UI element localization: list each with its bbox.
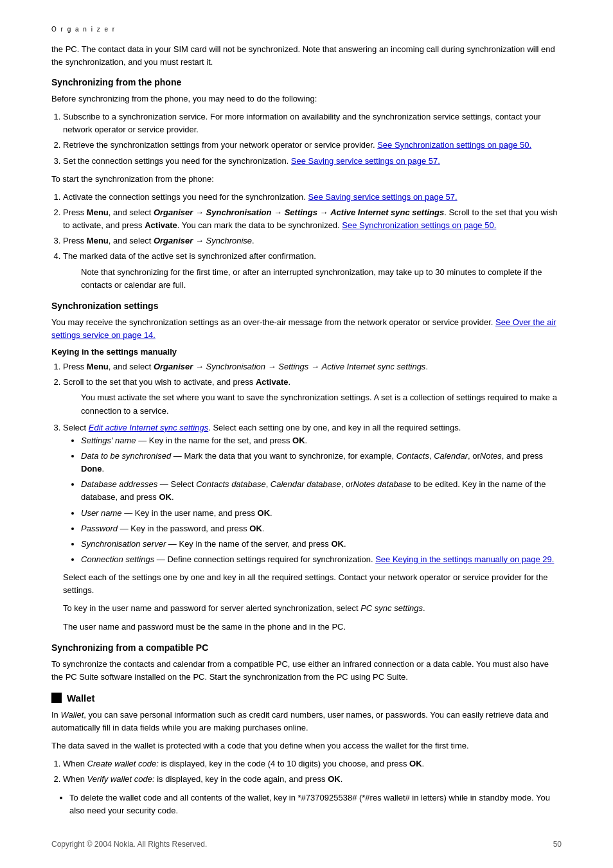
wallet-heading-block: Wallet [51,693,562,704]
wallet-intro: In Wallet, you can save personal informa… [51,709,562,734]
list-item: Activate the connection settings you nee… [63,191,562,204]
link-sync-settings-50a[interactable]: See Synchronization settings on page 50. [377,140,531,150]
section-sync-from-pc: Synchronizing from a compatible PC To sy… [51,642,562,684]
after-bullets-1: Select each of the settings one by one a… [63,571,562,597]
wallet-bullets: To delete the wallet code and all conten… [69,792,562,817]
list-item: Scroll to the set that you wish to activ… [63,376,562,417]
keying-settings-subheading: Keying in the settings manually [51,347,562,357]
link-sync-settings-50b[interactable]: See Synchronization settings on page 50. [342,220,496,230]
wallet-steps: When Create wallet code: is displayed, k… [63,757,562,786]
sync-before-steps: Subscribe to a synchronization service. … [63,111,562,168]
bullet-item: Settings' name — Key in the name for the… [81,434,562,447]
after-bullets-3: The user name and password must be the s… [63,621,562,633]
bullet-item: Connection settings — Define connection … [81,553,562,566]
list-item: Press Menu, and select Organiser → Synch… [63,360,562,373]
link-saving-service-57a[interactable]: See Saving service settings on page 57. [291,156,440,166]
sync-settings-intro: You may receive the synchronization sett… [51,316,562,342]
list-item: Set the connection settings you need for… [63,155,562,168]
wallet-heading: Wallet [67,693,95,704]
list-item: When Create wallet code: is displayed, k… [63,757,562,770]
link-saving-service-57b[interactable]: See Saving service settings on page 57. [308,192,458,202]
footer-page-number: 50 [553,840,562,849]
list-item: Subscribe to a synchronization service. … [63,111,562,136]
bullet-item: Data to be synchronised — Mark the data … [81,450,562,475]
to-start-text: To start the synchronization from the ph… [51,173,562,186]
link-edit-active[interactable]: Edit active Internet sync settings [89,423,208,432]
link-ota-14[interactable]: See Over the air settings service on pag… [51,317,556,340]
sync-from-phone-heading: Synchronizing from the phone [51,77,562,87]
bullet-item: Database addresses — Select Contacts dat… [81,478,562,504]
intro-text: the PC. The contact data in your SIM car… [51,43,562,68]
app-label: O r g a n i z e r [51,26,562,33]
wallet-square-icon [51,693,62,703]
settings-bullets: Settings' name — Key in the name for the… [81,434,562,566]
section-sync-from-phone: Synchronizing from the phone Before sync… [51,77,562,292]
link-keying-manually-29[interactable]: See Keying in the settings manually on p… [375,554,554,564]
list-item: Press Menu, and select Organiser → Synch… [63,235,562,247]
bullet-item: Synchronisation server — Key in the name… [81,538,562,551]
sync-from-pc-text: To synchronize the contacts and calendar… [51,658,562,684]
bullet-item: Password — Key in the password, and pres… [81,522,562,535]
list-item: Press Menu, and select Organiser → Synch… [63,206,562,232]
page: O r g a n i z e r the PC. The contact da… [0,0,613,868]
list-item: The marked data of the active set is syn… [63,250,562,291]
sync-settings-heading: Synchronization settings [51,301,562,311]
footer: Copyright © 2004 Nokia. All Rights Reser… [51,840,562,849]
activate-note: You must activate the set where you want… [81,391,562,417]
list-item: Retrieve the synchronization settings fr… [63,139,562,152]
sync-note: Note that synchronizing for the first ti… [81,266,562,292]
bullet-item: To delete the wallet code and all conten… [69,792,562,817]
section-wallet: Wallet In Wallet, you can save personal … [51,693,562,817]
sync-start-steps: Activate the connection settings you nee… [63,191,562,292]
footer-copyright: Copyright © 2004 Nokia. All Rights Reser… [51,840,207,849]
sync-before-text: Before synchronizing from the phone, you… [51,93,562,105]
list-item: When Verify wallet code: is displayed, k… [63,773,562,786]
sync-from-pc-heading: Synchronizing from a compatible PC [51,642,562,653]
settings-steps: Press Menu, and select Organiser → Synch… [63,360,562,633]
list-item: Select Edit active Internet sync setting… [63,421,562,633]
bullet-item: User name — Key in the user name, and pr… [81,507,562,520]
section-sync-settings: Synchronization settings You may receive… [51,301,562,633]
after-bullets-2: To key in the user name and password for… [63,602,562,615]
wallet-text2: The data saved in the wallet is protecte… [51,740,562,752]
